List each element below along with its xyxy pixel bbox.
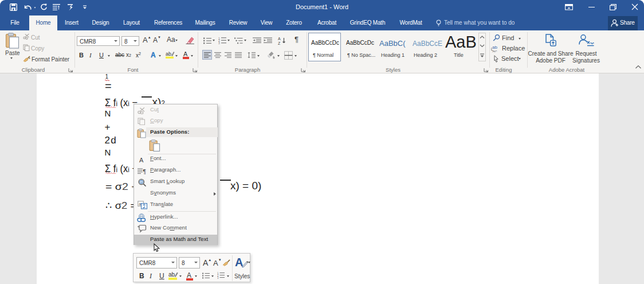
svg-text:a: a xyxy=(139,202,141,206)
svg-text:3: 3 xyxy=(218,41,220,44)
svg-text:¶: ¶ xyxy=(143,169,146,175)
svg-text:A: A xyxy=(278,37,281,41)
svg-text:ab: ab xyxy=(166,51,171,57)
svg-text:3: 3 xyxy=(217,277,219,279)
svg-text:ac: ac xyxy=(492,49,497,53)
svg-text:ab: ab xyxy=(168,271,175,278)
svg-text:Z: Z xyxy=(278,41,281,45)
